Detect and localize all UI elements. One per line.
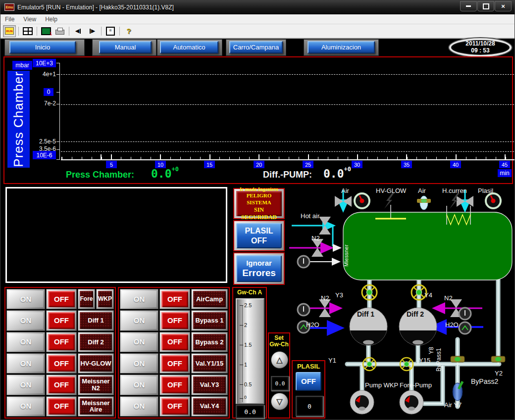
on-button[interactable]: ON bbox=[120, 289, 158, 309]
diff2-label-button[interactable]: Diff 2 bbox=[78, 332, 114, 352]
tab-manual[interactable]: Manual bbox=[99, 41, 152, 53]
air-left-label: Air bbox=[341, 187, 349, 194]
gwch-gauge: 2.5 2 1.5 1 0.5 0 bbox=[236, 298, 264, 404]
y-axis-top-label: 10E+3 bbox=[33, 59, 56, 67]
screen-button[interactable]: 1 bbox=[40, 25, 52, 37]
diff1-label-button[interactable]: Diff 1 bbox=[78, 310, 114, 330]
press-chamber-readout-value: 0.0+0 bbox=[151, 167, 179, 180]
tile-windows-button[interactable] bbox=[21, 25, 34, 37]
down-triangle-icon: ▽ bbox=[276, 397, 282, 406]
step-back-button[interactable]: ◀ bbox=[72, 25, 85, 37]
emulator-window: Emu Emulator5 [RUN - Emulation] - [Hakko… bbox=[0, 0, 515, 420]
engineer-mode-button[interactable]: Ir modo Ingeniero PELIGRO SISTEMA SIN SE… bbox=[236, 191, 282, 216]
off-button[interactable]: OFF bbox=[46, 289, 77, 309]
gauge-title: Gw-Ch A bbox=[233, 289, 266, 296]
val-y3-label-button[interactable]: Val.Y3 bbox=[191, 374, 228, 395]
air-inlet-lamp bbox=[417, 196, 431, 210]
on-button[interactable]: ON bbox=[6, 374, 45, 395]
unit-label: mbar bbox=[12, 61, 32, 70]
switch-row-fore-wkp: ON OFF Fore WKP bbox=[6, 288, 114, 310]
bypass2-label-button[interactable]: Bypass 2 bbox=[191, 332, 228, 352]
off-button[interactable]: OFF bbox=[46, 332, 77, 352]
plasil-label: Plasil bbox=[478, 187, 493, 194]
off-button[interactable]: OFF bbox=[159, 289, 190, 309]
air-mid-label: Air bbox=[418, 187, 426, 194]
switch-row-hv-glow: ON OFF HV-GLOW bbox=[6, 353, 114, 374]
meissner-aire-label-button[interactable]: Meissner Aire bbox=[78, 396, 114, 417]
y4-label: Y4 bbox=[424, 291, 432, 299]
on-button[interactable]: ON bbox=[6, 396, 45, 417]
y-tick-label: 4e+1 bbox=[31, 71, 56, 78]
h2o-right-label: H2O bbox=[445, 321, 459, 328]
menu-help[interactable]: Help bbox=[41, 16, 62, 23]
help-button[interactable]: ? bbox=[122, 25, 135, 37]
hv-bolt-icon bbox=[384, 193, 394, 209]
x-tick-label: 30 bbox=[352, 161, 362, 168]
off-button[interactable]: OFF bbox=[46, 310, 77, 330]
aircamp-label-button[interactable]: AirCamp bbox=[191, 289, 228, 309]
title-bar: Emu Emulator5 [RUN - Emulation] - [Hakko… bbox=[0, 0, 515, 14]
close-button[interactable]: × bbox=[495, 1, 512, 11]
on-button[interactable]: ON bbox=[120, 396, 158, 417]
off-button[interactable]: OFF bbox=[159, 374, 190, 395]
menu-view[interactable]: View bbox=[19, 16, 41, 23]
fore-label-button[interactable]: Fore bbox=[78, 289, 95, 309]
toolbar: RUN 1 ◀ ▶ ≡ ? bbox=[0, 24, 515, 39]
switch-grid-right: ON OFF AirCamp ON OFF Bypass 1 ON OFF By… bbox=[118, 287, 230, 419]
maximize-button[interactable] bbox=[477, 1, 494, 11]
y1-label: Y1 bbox=[328, 357, 336, 364]
x-axis-line bbox=[61, 159, 515, 160]
fore-pump bbox=[400, 390, 423, 414]
minimize-button[interactable] bbox=[460, 1, 477, 11]
print-button[interactable] bbox=[53, 25, 66, 37]
pressure-gauge bbox=[355, 193, 369, 208]
step-forward-button[interactable]: ▶ bbox=[86, 25, 99, 37]
on-button[interactable]: ON bbox=[120, 353, 158, 373]
bypass1-label-button[interactable]: Bypass 1 bbox=[191, 310, 228, 330]
h-curren-label: H.curren bbox=[442, 187, 467, 194]
message-log-box bbox=[5, 187, 227, 283]
press-chamber-readout-label: Press Chamber: bbox=[66, 170, 134, 180]
y-tick-label: 7e-2 bbox=[31, 100, 56, 107]
on-button[interactable]: ON bbox=[6, 332, 45, 352]
plasil-off-button[interactable]: PLASILOFF bbox=[236, 223, 282, 248]
decrement-button[interactable]: ▽ bbox=[271, 393, 288, 410]
off-button[interactable]: OFF bbox=[46, 396, 77, 417]
wkp-label-button[interactable]: WKP bbox=[96, 289, 114, 309]
off-button[interactable]: OFF bbox=[46, 353, 77, 373]
switch-row-val-y4: ON OFF Val.Y4 bbox=[119, 396, 228, 417]
tab-automatico[interactable]: Automatico bbox=[160, 41, 218, 53]
report-button[interactable]: ≡ bbox=[104, 25, 117, 37]
on-button[interactable]: ON bbox=[120, 310, 158, 330]
off-button[interactable]: OFF bbox=[159, 310, 190, 330]
y8-label: Y8 bbox=[428, 343, 435, 354]
y2-label: Y2 bbox=[495, 370, 503, 377]
val-y1-15-label-button[interactable]: Val.Y1/15 bbox=[191, 353, 228, 373]
diff1-label: Diff 1 bbox=[357, 310, 374, 318]
ignore-errors-button[interactable]: Ignorar Errores bbox=[236, 255, 282, 282]
meissner-n2-label-button[interactable]: Meissner N2 bbox=[78, 374, 114, 395]
plasil-toggle-button[interactable]: OFF bbox=[296, 372, 321, 391]
off-button[interactable]: OFF bbox=[159, 332, 190, 352]
off-button[interactable]: OFF bbox=[159, 353, 190, 373]
increment-button[interactable]: △ bbox=[271, 351, 288, 369]
screen-icon: 1 bbox=[41, 27, 51, 35]
on-button[interactable]: ON bbox=[120, 332, 158, 352]
on-button[interactable]: ON bbox=[120, 374, 158, 395]
set-title-2: Gw-Ch bbox=[269, 341, 289, 348]
report-icon: ≡ bbox=[106, 27, 115, 36]
off-button[interactable]: OFF bbox=[159, 396, 190, 417]
off-button[interactable]: OFF bbox=[46, 374, 77, 395]
on-button[interactable]: ON bbox=[6, 353, 45, 373]
menu-file[interactable]: File bbox=[0, 16, 19, 23]
on-button[interactable]: ON bbox=[6, 310, 45, 330]
run-button[interactable]: RUN bbox=[3, 25, 16, 37]
hv-glow-label-button[interactable]: HV-GLOW bbox=[78, 353, 114, 373]
tab-inicio[interactable]: Inicio bbox=[9, 41, 76, 53]
tab-aluminizacion[interactable]: Aluminizacion bbox=[308, 41, 375, 53]
run-icon: RUN bbox=[5, 27, 14, 35]
on-button[interactable]: ON bbox=[6, 289, 45, 309]
tab-carro-campana[interactable]: Carro/Campana bbox=[229, 41, 283, 53]
datetime-display: 2011/10/28 09 : 53 bbox=[449, 38, 512, 57]
val-y4-label-button[interactable]: Val.Y4 bbox=[191, 396, 228, 417]
